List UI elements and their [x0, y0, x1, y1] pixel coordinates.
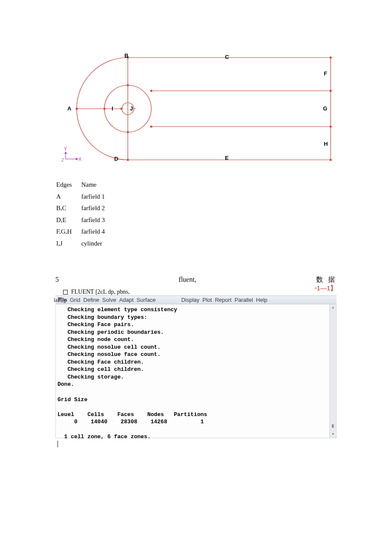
menu-display[interactable]: Display — [181, 297, 199, 303]
table-header-row: Edges Name — [56, 179, 113, 191]
scroll-up-icon[interactable]: ▴ — [331, 304, 334, 311]
menu-surface[interactable]: Surface — [137, 297, 156, 303]
table-row: F,G,Hfarfield 4 — [56, 226, 113, 237]
table-row: B,Cfarfield 2 — [56, 203, 113, 214]
axis-z: Z — [61, 157, 64, 162]
section-right: 数 据 — [316, 275, 337, 284]
svg-point-14 — [330, 90, 332, 92]
menu-solve[interactable]: Solve — [102, 297, 116, 303]
menu-adapt[interactable]: Adapt — [119, 297, 134, 303]
menu-define[interactable]: Define — [84, 297, 100, 303]
section-heading: 5 fluent, 数 据 — [55, 275, 337, 284]
label-A: A — [67, 105, 71, 112]
fluent-titlebar: FLUENT [2cL dp, pbns, — [55, 289, 337, 295]
axis-x: X — [78, 156, 81, 162]
svg-point-11 — [330, 57, 332, 59]
overlay-text: la而|p — [54, 296, 67, 304]
window-controls[interactable]: ▫1—1】 — [314, 284, 337, 292]
svg-point-18 — [127, 84, 129, 87]
label-I: I — [112, 105, 113, 112]
menu-help[interactable]: Help — [256, 297, 268, 303]
menu-report[interactable]: Report — [215, 297, 231, 303]
menu-plot[interactable]: Plot — [202, 297, 212, 303]
window-title: FLUENT [2cL dp, pbns, — [71, 289, 130, 295]
svg-point-16 — [150, 90, 153, 92]
scrollbar[interactable]: ▴E▾ — [329, 304, 336, 438]
label-D: D — [114, 156, 118, 162]
header-name: Name — [81, 179, 113, 191]
header-edges: Edges — [56, 179, 81, 191]
section-middle: fluent, — [179, 276, 196, 283]
scroll-mark: E — [331, 424, 334, 430]
menu-grid[interactable]: Grid — [70, 297, 81, 303]
svg-point-13 — [330, 159, 332, 161]
fluent-window: ▫1—1】 FLUENT [2cL dp, pbns, la而|p File G… — [55, 289, 337, 438]
svg-point-20 — [76, 108, 78, 110]
axis-y: Y — [64, 146, 67, 151]
label-E: E — [225, 155, 229, 161]
step-number: 5 — [55, 276, 59, 283]
edges-name-table: Edges Name Afarfield 1 B,Cfarfield 2 D,E… — [55, 179, 114, 250]
label-J: J — [130, 105, 133, 112]
svg-point-19 — [127, 131, 129, 133]
svg-point-22 — [121, 108, 123, 110]
fluent-console[interactable]: Checking element type consistency Checki… — [55, 304, 337, 438]
svg-point-21 — [104, 108, 106, 110]
svg-marker-25 — [64, 151, 67, 154]
label-B: B — [124, 52, 128, 59]
label-G: G — [323, 105, 327, 112]
console-text: Checking element type consistency Checki… — [58, 306, 207, 448]
scroll-down-icon[interactable]: ▾ — [331, 431, 334, 438]
menu-parallel[interactable]: Parallel — [234, 297, 253, 303]
label-C: C — [225, 54, 229, 60]
mesh-diagram: A B C D E F G H I J Y Z X — [60, 53, 332, 164]
diagram-svg — [60, 53, 332, 164]
svg-point-15 — [330, 126, 332, 128]
app-icon — [63, 290, 68, 295]
table-row: Afarfield 1 — [56, 191, 113, 202]
svg-point-12 — [127, 159, 129, 161]
label-H: H — [324, 141, 328, 147]
svg-point-17 — [150, 126, 153, 128]
label-F: F — [324, 70, 327, 77]
fluent-menubar: la而|p File Grid Define Solve Adapt Surfa… — [55, 295, 337, 304]
table-row: I,Jcylinder — [56, 238, 113, 249]
table-row: D,Efarfield 3 — [56, 215, 113, 226]
